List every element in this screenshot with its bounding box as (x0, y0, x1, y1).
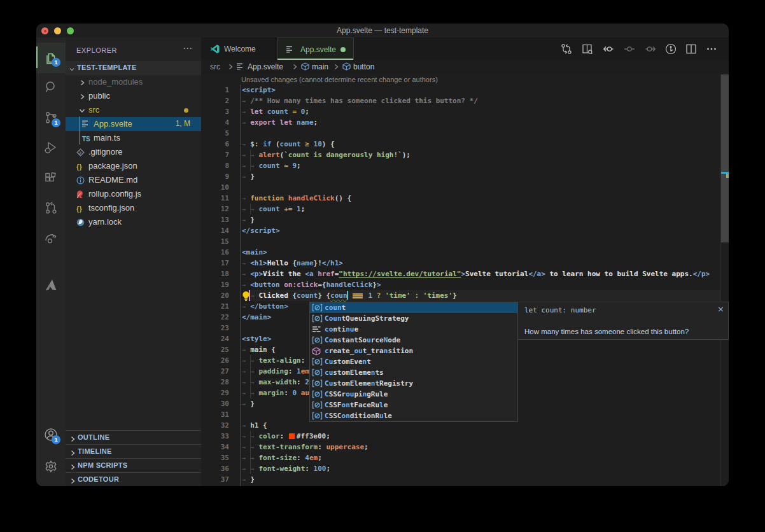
code-line-11: 11function handleClick() { (201, 193, 729, 204)
code-line-10: 10 (201, 182, 729, 193)
vscode-logo-icon (210, 44, 220, 57)
code-token: <h1> (250, 259, 267, 267)
breadcrumb-item-src[interactable]: src (210, 62, 220, 71)
project-section-header[interactable]: TEST-TEMPLATE (66, 61, 201, 75)
matched-letter: u (329, 368, 333, 377)
activity-azure-icon[interactable] (36, 270, 66, 300)
breadcrumb-item-button[interactable]: button (342, 62, 374, 71)
tree-item-src[interactable]: src (66, 103, 201, 117)
breadcrumb-item-main[interactable]: main (301, 62, 328, 71)
tab-whitespace (250, 366, 258, 377)
chevron-right-icon (291, 63, 298, 73)
breadcrumb-item-app-svelte[interactable]: App.svelte (237, 62, 283, 71)
tab-whitespace (242, 171, 250, 182)
code-token (364, 291, 368, 300)
suggestion-constantsourcenode[interactable]: ConstantSourceNode (310, 335, 517, 346)
activity-pull-request-icon[interactable] (36, 193, 66, 223)
section-npm-scripts[interactable]: NPM SCRIPTS (66, 458, 201, 472)
file-history-icon[interactable] (665, 43, 677, 55)
suggestion-label: continue (325, 324, 358, 335)
tree-item-public[interactable]: public (66, 89, 201, 103)
code-token: count (297, 291, 318, 300)
section-codetour[interactable]: CODETOUR (66, 472, 201, 486)
line-number: 32 (201, 420, 229, 431)
activity-live-share-icon[interactable] (36, 224, 66, 253)
suggestion-customelementregistry[interactable]: CustomElementRegistry (310, 378, 517, 389)
line-number: 10 (201, 182, 229, 193)
symbol-cube-icon (342, 62, 353, 71)
activity-source-control-icon[interactable]: 1 (36, 103, 66, 132)
activity-extensions-icon[interactable] (36, 164, 66, 193)
line-number: 17 (201, 258, 229, 269)
tab-whitespace (250, 290, 258, 301)
tree-item-main-ts[interactable]: TSmain.ts (66, 131, 201, 145)
code-token: ≥ (305, 140, 309, 148)
section-outline[interactable]: OUTLINE (66, 430, 201, 444)
suggestion-cssconditionrule[interactable]: CSSConditionRule (310, 410, 517, 421)
code-editor[interactable]: Unsaved changes (cannot determine recent… (201, 74, 729, 486)
open-preview-icon[interactable] (582, 43, 593, 55)
tree-item--gitignore[interactable]: .gitignore (66, 145, 201, 159)
activity-run-debug-icon[interactable] (36, 133, 66, 162)
tab-app-svelte[interactable]: App.svelte (277, 38, 354, 60)
suggestion-description: How many times has someone clicked this … (524, 328, 689, 335)
modified-dot-icon[interactable] (340, 47, 346, 52)
suggestion-create_out_transition[interactable]: create_out_transition (310, 346, 517, 356)
suggestion-continue[interactable]: continue (310, 324, 517, 335)
code-text: <p>Visit the <a href="https://svelte.dev… (242, 269, 710, 279)
suggestion-cssfontfacerule[interactable]: CSSFontFaceRule (310, 400, 517, 410)
line-number: 12 (201, 204, 229, 214)
line-number: 7 (201, 150, 229, 160)
activity-account-icon[interactable]: 1 (36, 420, 66, 449)
more-actions-icon[interactable]: ⋯ (183, 43, 193, 54)
code-text: /** How many times has someone clicked t… (242, 95, 478, 106)
matched-letter: n (363, 358, 367, 366)
activity-search-icon[interactable] (36, 73, 66, 102)
close-icon[interactable]: × (717, 304, 724, 314)
tree-item-app-svelte[interactable]: App.svelte1, M (66, 117, 201, 131)
compare-changes-icon[interactable] (561, 43, 572, 55)
code-line-16: 16<main> (201, 247, 729, 258)
navigate-current-icon[interactable] (624, 43, 635, 55)
lightbulb-icon[interactable] (242, 291, 249, 303)
code-token: h1 (250, 421, 258, 430)
tab-welcome[interactable]: Welcome (201, 38, 276, 60)
tab-whitespace (242, 442, 250, 452)
tab-whitespace (242, 269, 250, 279)
suggestion-count[interactable]: count (310, 302, 517, 313)
code-token: export let (250, 118, 297, 127)
matched-letter: n (384, 347, 388, 355)
line-number: 31 (201, 409, 229, 420)
overview-ruler[interactable] (720, 74, 729, 486)
tree-item-package-json[interactable]: { }package.json (66, 159, 201, 173)
tree-item-yarn-lock[interactable]: yarn.lock (66, 215, 201, 229)
breadcrumb-label: src (210, 62, 220, 71)
title-bar[interactable]: App.svelte — test-template (36, 24, 729, 38)
suggestion-countqueuingstrategy[interactable]: CountQueuingStrategy (310, 313, 517, 324)
code-token: ; (364, 443, 368, 451)
tree-item-readme-md[interactable]: README.md (66, 173, 201, 187)
code-text: font-weight: 100; (242, 463, 330, 474)
code-token: font-weight (258, 465, 305, 473)
tree-item-tsconfig-json[interactable]: { }tsconfig.json (66, 201, 201, 215)
split-editor-icon[interactable] (685, 43, 697, 55)
tab-whitespace (242, 355, 250, 366)
suggestion-cssgroupingrule[interactable]: CSSGroupingRule (310, 389, 517, 400)
navigate-back-icon[interactable] (603, 43, 614, 55)
suggestion-customevent[interactable]: CustomEvent (310, 356, 517, 367)
activity-files-icon[interactable]: 1 (36, 43, 66, 72)
code-text: <main> (242, 247, 267, 258)
matched-letter: u (329, 379, 333, 388)
more-actions-icon[interactable] (706, 43, 717, 55)
section-timeline[interactable]: TIMELINE (66, 444, 201, 458)
suggestion-label: CountQueuingStrategy (325, 313, 409, 324)
navigate-forward-icon[interactable] (645, 43, 656, 55)
chevron-right-icon (227, 63, 234, 73)
tree-item-node-modules[interactable]: node_modules (66, 75, 201, 89)
line-number: 18 (201, 269, 229, 279)
suggestion-customelements[interactable]: customElements (310, 367, 517, 378)
code-token: ; (314, 118, 318, 127)
activity-settings-gear-icon[interactable] (36, 452, 66, 481)
tree-item-rollup-config-js[interactable]: rollup.config.js (66, 187, 201, 201)
scrollbar-slider[interactable] (721, 74, 729, 242)
